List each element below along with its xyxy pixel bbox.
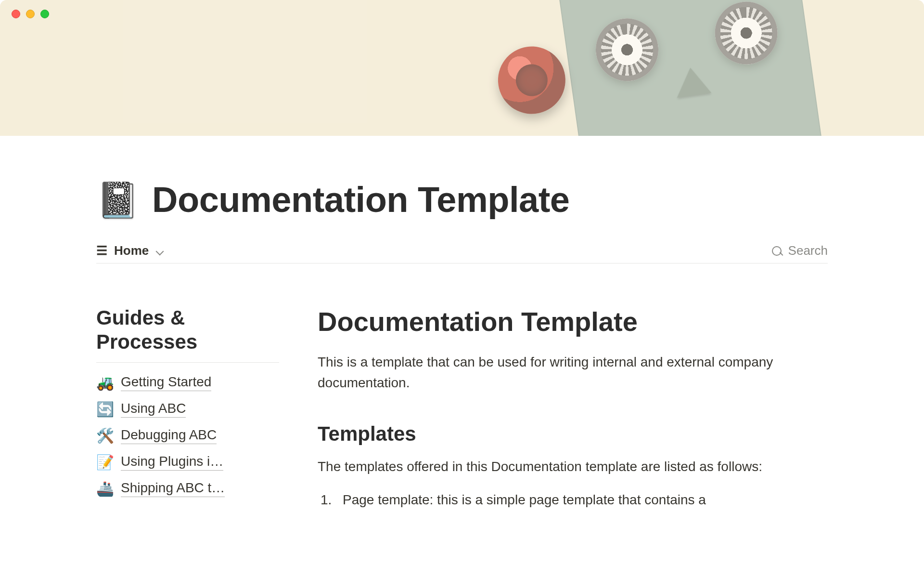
view-name: Home bbox=[114, 243, 149, 258]
memo-icon: 📝 bbox=[96, 454, 114, 471]
cover-image[interactable] bbox=[0, 0, 924, 136]
maximize-window-button[interactable] bbox=[40, 10, 49, 18]
sidebar-item-debugging-abc[interactable]: 🛠️ Debugging ABC bbox=[96, 427, 279, 444]
sidebar-item-label: Debugging ABC bbox=[121, 427, 217, 444]
sidebar-item-label: Using ABC bbox=[121, 401, 186, 418]
minimize-window-button[interactable] bbox=[26, 10, 35, 18]
search-icon bbox=[771, 245, 783, 257]
chevron-down-icon bbox=[155, 247, 164, 255]
sidebar-item-label: Getting Started bbox=[121, 374, 211, 391]
content-subheading[interactable]: Templates bbox=[318, 422, 828, 446]
search-button[interactable]: Search bbox=[771, 243, 828, 258]
tools-icon: 🛠️ bbox=[96, 427, 114, 444]
window-controls bbox=[12, 10, 49, 18]
content-lead-paragraph[interactable]: This is a template that can be used for … bbox=[318, 352, 828, 394]
search-label: Search bbox=[788, 243, 828, 258]
main-content: Documentation Template This is a templat… bbox=[318, 306, 828, 511]
templates-ordered-list: Page template: this is a simple page tem… bbox=[318, 489, 828, 510]
tractor-icon: 🚜 bbox=[96, 374, 114, 391]
sidebar-item-using-plugins[interactable]: 📝 Using Plugins i… bbox=[96, 454, 279, 471]
sidebar-item-shipping-abc[interactable]: 🚢 Shipping ABC t… bbox=[96, 480, 279, 497]
sidebar-item-getting-started[interactable]: 🚜 Getting Started bbox=[96, 374, 279, 391]
list-view-icon: ☰ bbox=[96, 243, 107, 258]
page-title-row: 📓 Documentation Template bbox=[96, 179, 828, 220]
content-heading[interactable]: Documentation Template bbox=[318, 306, 828, 337]
sidebar-divider bbox=[96, 362, 279, 363]
body-grid: Guides & Processes 🚜 Getting Started 🔄 U… bbox=[96, 306, 828, 511]
sidebar-item-using-abc[interactable]: 🔄 Using ABC bbox=[96, 401, 279, 418]
sidebar-item-label: Using Plugins i… bbox=[121, 454, 223, 471]
content-body-paragraph[interactable]: The templates offered in this Documentat… bbox=[318, 456, 828, 477]
database-view-bar: ☰ Home Search bbox=[96, 243, 828, 263]
page-icon[interactable]: 📓 bbox=[96, 183, 140, 217]
app-window: 📓 Documentation Template ☰ Home Search G… bbox=[0, 0, 924, 578]
view-selector[interactable]: ☰ Home bbox=[96, 243, 164, 258]
page-content: 📓 Documentation Template ☰ Home Search G… bbox=[0, 179, 924, 511]
close-window-button[interactable] bbox=[12, 10, 20, 18]
ship-icon: 🚢 bbox=[96, 480, 114, 497]
sidebar-heading: Guides & Processes bbox=[96, 306, 279, 355]
templates-list-item[interactable]: Page template: this is a simple page tem… bbox=[343, 489, 828, 510]
sidebar-item-label: Shipping ABC t… bbox=[121, 480, 225, 497]
sidebar: Guides & Processes 🚜 Getting Started 🔄 U… bbox=[96, 306, 279, 511]
refresh-icon: 🔄 bbox=[96, 401, 114, 418]
sidebar-list: 🚜 Getting Started 🔄 Using ABC 🛠️ Debuggi… bbox=[96, 374, 279, 497]
page-title[interactable]: Documentation Template bbox=[152, 179, 570, 220]
